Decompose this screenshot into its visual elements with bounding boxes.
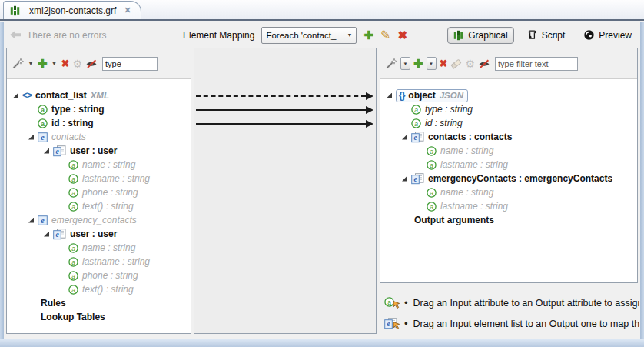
tree-item-emergencycontacts-emergencycontacts[interactable]: eemergencyContacts : emergencyContacts — [380, 172, 637, 185]
element-mapping-dropdown[interactable]: Foreach 'contact_ ▼ — [261, 27, 357, 44]
tree-item-label: type : string — [425, 104, 473, 115]
tree-item-label: lastname : string — [440, 159, 508, 170]
add-menu-chevron-down-icon[interactable]: ▼ — [51, 61, 58, 66]
hide-attributes-icon[interactable] — [478, 58, 490, 70]
output-filter-field[interactable] — [495, 57, 578, 71]
tree-item-contact-list[interactable]: <>contact_listXML — [7, 88, 191, 102]
settings-gear-icon: ⚙ — [72, 58, 82, 70]
auto-map-wand-icon[interactable] — [385, 58, 397, 70]
add-menu-chevron-down-icon[interactable]: ▼ — [427, 57, 437, 70]
tree-item-label: emergency_contacts — [51, 215, 137, 225]
attribute-icon: a — [427, 202, 437, 212]
expand-arrow-icon[interactable] — [402, 135, 407, 140]
svg-text:a: a — [71, 258, 75, 265]
element-list-icon: e — [411, 132, 424, 143]
view-button-graphical[interactable]: Graphical — [447, 27, 513, 44]
tree-item-label: Output arguments — [414, 215, 494, 225]
expand-arrow-icon[interactable] — [402, 176, 407, 182]
tree-item-lastname-string[interactable]: alastname : string — [7, 172, 191, 185]
hide-attributes-icon[interactable] — [85, 58, 98, 70]
element-list-icon: e — [53, 229, 66, 240]
tab-title: xml2json-contacts.grf — [29, 5, 116, 16]
tree-item-name-string[interactable]: aname : string — [380, 185, 637, 199]
add-node-button[interactable]: ✚ — [413, 58, 423, 69]
mapping-arrow-dashed[interactable] — [196, 95, 366, 97]
remove-node-button[interactable]: ✖ — [61, 58, 70, 69]
delete-mapping-button[interactable]: ✖ — [397, 29, 407, 41]
tree-item-label: emergencyContacts : emergencyContacts — [428, 173, 612, 184]
editor-tab[interactable]: xml2json-contacts.grf ✕ — [3, 1, 141, 19]
tree-item-phone-string[interactable]: aphone : string — [7, 269, 191, 282]
eraser-icon — [450, 58, 462, 69]
status-text: There are no errors — [27, 30, 106, 41]
view-button-label: Preview — [599, 30, 632, 41]
clover-icon — [453, 30, 464, 41]
bullet-icon: • — [404, 297, 408, 309]
mapping-arrow-solid[interactable] — [196, 109, 366, 111]
attribute-icon: a — [68, 174, 78, 184]
bullet-icon: • — [404, 318, 408, 329]
error-navigation-icon — [9, 30, 22, 40]
tree-item-lastname-string[interactable]: alastname : string — [380, 158, 637, 172]
view-button-preview[interactable]: Preview — [577, 26, 638, 44]
close-icon[interactable]: ✕ — [124, 5, 131, 15]
tree-item-user-user[interactable]: euser : user — [7, 227, 191, 241]
view-button-script[interactable]: Script — [520, 26, 572, 44]
svg-text:a: a — [430, 147, 433, 155]
hint-text: Drag an Input attribute to an Output att… — [413, 298, 639, 309]
input-filter-field[interactable] — [102, 57, 158, 71]
tree-item-name-string[interactable]: aname : string — [380, 144, 637, 158]
tree-item-contacts[interactable]: econtacts — [7, 130, 191, 144]
svg-text:a: a — [387, 298, 391, 305]
svg-text:a: a — [430, 189, 433, 196]
tree-item-text-string[interactable]: atext() : string — [7, 199, 191, 213]
tree-item-id-string[interactable]: aid : string — [7, 116, 191, 130]
wand-menu-chevron-down-icon[interactable]: ▼ — [400, 57, 410, 70]
tree-item-text-string[interactable]: atext() : string — [7, 282, 191, 296]
attribute-icon: a — [411, 118, 421, 128]
attribute-icon: a — [68, 188, 78, 198]
tree-item-label: name : string — [82, 242, 135, 253]
remove-node-button[interactable]: ✖ — [440, 58, 448, 69]
tree-item-lastname-string[interactable]: alastname : string — [7, 255, 191, 269]
output-panel-toolbar: ▼ ✚ ▼ ✖ ⚙ — [380, 48, 637, 79]
element-list-icon: e — [53, 145, 66, 157]
edit-mapping-button[interactable]: ✎ — [380, 29, 390, 42]
element-mapping-group: Element Mapping Foreach 'contact_ ▼ ✚ ✎ … — [183, 22, 407, 48]
expand-arrow-icon[interactable] — [44, 232, 49, 237]
expand-arrow-icon[interactable] — [387, 93, 392, 98]
tree-item-lookup-tables[interactable]: Lookup Tables — [7, 310, 191, 324]
tree-item-name-string[interactable]: aname : string — [7, 241, 191, 255]
tree-item-object[interactable]: {}objectJSON — [380, 88, 637, 102]
add-mapping-button[interactable]: ✚ — [363, 29, 373, 41]
window-status-strip — [0, 339, 644, 347]
tree-item-type-string[interactable]: atype : string — [7, 102, 191, 116]
tree-item-name-string[interactable]: aname : string — [7, 158, 191, 172]
svg-text:e: e — [41, 216, 45, 225]
expand-arrow-icon[interactable] — [44, 148, 49, 154]
tree-item-rules[interactable]: Rules — [7, 296, 191, 310]
expand-arrow-icon[interactable] — [13, 93, 18, 98]
expand-arrow-icon[interactable] — [28, 218, 34, 223]
wand-menu-chevron-down-icon[interactable]: ▼ — [27, 61, 35, 66]
tree-item-output-arguments[interactable]: Output arguments — [380, 213, 637, 227]
tree-item-label: name : string — [82, 159, 135, 170]
view-button-label: Graphical — [468, 30, 507, 41]
element-list-icon: e — [411, 173, 424, 185]
attribute-icon: a — [38, 118, 48, 128]
tree-item-label: lastname : string — [82, 256, 150, 267]
element-icon: e — [38, 132, 48, 142]
expand-arrow-icon[interactable] — [28, 135, 34, 140]
mapping-arrow-solid[interactable] — [196, 123, 366, 125]
tree-item-phone-string[interactable]: aphone : string — [7, 185, 191, 199]
tree-item-type-string[interactable]: atype : string — [380, 102, 637, 116]
tree-item-lastname-string[interactable]: alastname : string — [380, 199, 637, 213]
attribute-icon: a — [38, 105, 48, 115]
add-node-button[interactable]: ✚ — [38, 58, 48, 69]
tree-item-contacts-contacts[interactable]: econtacts : contacts — [380, 130, 637, 144]
tree-item-id-string[interactable]: aid : string — [380, 116, 637, 130]
element-icon: e — [38, 215, 48, 225]
auto-map-wand-icon[interactable] — [12, 58, 24, 70]
tree-item-user-user[interactable]: euser : user — [7, 144, 191, 158]
tree-item-emergency-contacts[interactable]: eemergency_contacts — [7, 213, 191, 227]
